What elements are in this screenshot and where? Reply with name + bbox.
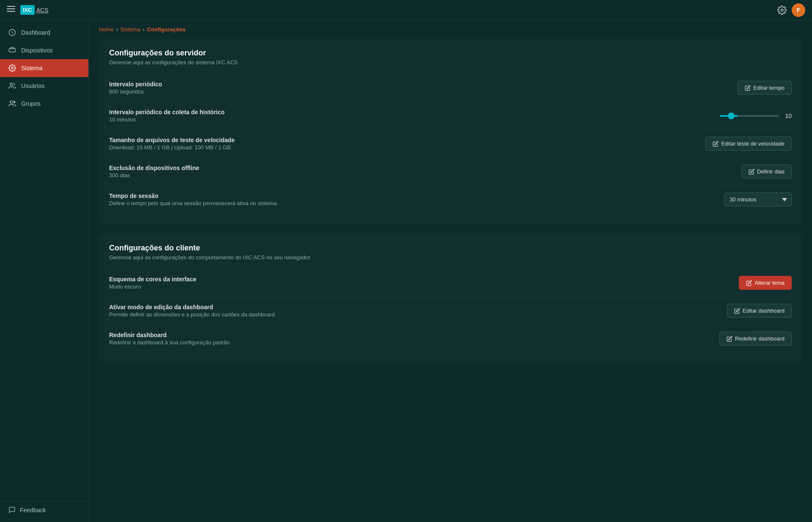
setting-label-sessao: Tempo de sessão: [109, 192, 278, 199]
definir-dias-button[interactable]: Definir dias: [741, 165, 792, 179]
setting-row-intervalo-historico: Intervalo periódico de coleta de históri…: [109, 102, 792, 130]
svg-point-7: [11, 67, 14, 69]
editar-dashboard-button[interactable]: Editar dashboard: [727, 304, 792, 318]
sidebar: Dashboard Dispositivos: [0, 20, 89, 522]
svg-rect-5: [9, 49, 16, 52]
dashboard-icon: [8, 29, 16, 36]
svg-point-8: [10, 83, 13, 85]
slider-container-historico: 10: [720, 113, 792, 119]
client-config-subtitle: Gerencie aqui as configurações do compor…: [109, 254, 792, 261]
edit-icon-dashboard: [734, 308, 740, 314]
sidebar-item-dashboard[interactable]: Dashboard: [0, 24, 88, 41]
setting-label-intervalo: Intervalo periódico: [109, 81, 162, 88]
editar-dashboard-label: Editar dashboard: [743, 308, 785, 314]
editar-tempo-label: Editar tempo: [753, 85, 785, 91]
grupos-icon: [8, 100, 16, 107]
logo-block: IXC ACS: [20, 5, 48, 15]
setting-label-historico: Intervalo periódico de coleta de históri…: [109, 109, 225, 115]
client-config-title: Configurações do cliente: [109, 244, 792, 253]
svg-point-3: [781, 9, 783, 11]
sidebar-item-dispositivos-label: Dispositivos: [21, 47, 53, 54]
top-navbar: IXC ACS F: [0, 0, 812, 20]
sidebar-item-dashboard-label: Dashboard: [21, 29, 50, 36]
setting-label-edicao: Ativar modo de edição da dashboard: [109, 304, 275, 310]
sidebar-footer: Feedback: [0, 501, 88, 519]
logo-ixc: IXC: [20, 5, 35, 15]
setting-label-tamanho: Tamanho de arquivos de teste de velocida…: [109, 137, 235, 143]
alterar-tema-label: Alterar tema: [754, 280, 785, 286]
sidebar-item-sistema-label: Sistema: [21, 65, 43, 71]
client-config-card: Configurações do cliente Gerencie aqui a…: [99, 234, 802, 363]
feedback-label: Feedback: [20, 507, 46, 514]
settings-button[interactable]: [777, 5, 787, 15]
setting-info-redefinir: Redefinir dashboard Redefinir a dashboar…: [109, 332, 230, 346]
setting-info-cores: Esquema de cores da interface Modo escur…: [109, 276, 196, 290]
setting-row-intervalo-periodico: Intervalo periódico 600 segundos Editar …: [109, 74, 792, 102]
tempo-sessao-select[interactable]: 5 minutos 15 minutos 30 minutos 1 hora 2…: [724, 192, 792, 206]
edit-icon-redefinir: [727, 336, 732, 342]
editar-teste-label: Editar teste de velocidade: [721, 140, 785, 147]
user-avatar[interactable]: F: [792, 3, 805, 17]
svg-point-9: [10, 101, 13, 103]
dispositivos-icon: [8, 47, 16, 54]
server-config-title: Configurações do servidor: [109, 49, 792, 58]
feedback-icon: [8, 506, 16, 514]
setting-row-esquema-cores: Esquema de cores da interface Modo escur…: [109, 269, 792, 297]
sidebar-item-grupos-label: Grupos: [21, 100, 41, 107]
sidebar-item-sistema[interactable]: Sistema: [0, 59, 88, 77]
edit-icon-tema: [746, 280, 752, 286]
sidebar-item-usuarios-label: Usuários: [21, 82, 44, 89]
breadcrumb-sep-1: ›: [116, 27, 118, 33]
setting-value-edicao: Permite definir as dimensões e a posição…: [109, 311, 275, 318]
breadcrumb-sistema[interactable]: Sistema: [121, 26, 140, 33]
svg-rect-2: [7, 11, 15, 12]
setting-info-sessao: Tempo de sessão Define o tempo pelo qual…: [109, 192, 278, 206]
setting-row-tamanho-arquivos: Tamanho de arquivos de teste de velocida…: [109, 130, 792, 158]
setting-label-exclusao: Exclusão de dispositivos offline: [109, 165, 199, 171]
setting-row-modo-edicao: Ativar modo de edição da dashboard Permi…: [109, 297, 792, 325]
sidebar-nav: Dashboard Dispositivos: [0, 24, 88, 501]
setting-label-cores: Esquema de cores da interface: [109, 276, 196, 283]
setting-value-tamanho: Download: 15 MB / 1 GB | Upload: 100 MB …: [109, 144, 235, 151]
svg-rect-0: [7, 6, 15, 7]
sidebar-item-usuarios[interactable]: Usuários: [0, 77, 88, 95]
navbar-right: F: [777, 3, 805, 17]
breadcrumb-home[interactable]: Home: [99, 26, 114, 33]
svg-rect-1: [7, 8, 15, 9]
breadcrumb-sep-2: ›: [143, 27, 145, 33]
sistema-icon: [8, 64, 16, 72]
content-area: Home › Sistema › Configurações Configura…: [89, 20, 812, 522]
setting-value-intervalo: 600 segundos: [109, 88, 162, 95]
setting-info-tamanho: Tamanho de arquivos de teste de velocida…: [109, 137, 235, 151]
setting-info-exclusao: Exclusão de dispositivos offline 300 dia…: [109, 165, 199, 179]
definir-dias-label: Definir dias: [757, 168, 785, 175]
alterar-tema-button[interactable]: Alterar tema: [739, 276, 792, 290]
setting-value-sessao: Define o tempo pelo qual uma sessão perm…: [109, 200, 278, 206]
editar-teste-button[interactable]: Editar teste de velocidade: [705, 137, 792, 151]
hamburger-menu-icon[interactable]: [7, 5, 15, 15]
setting-info-intervalo: Intervalo periódico 600 segundos: [109, 81, 162, 95]
breadcrumb: Home › Sistema › Configurações: [89, 20, 812, 38]
setting-value-redefinir: Redefinir a dashboard à sua configuração…: [109, 339, 230, 346]
redefinir-dashboard-button[interactable]: Redefinir dashboard: [719, 332, 792, 346]
setting-info-edicao: Ativar modo de edição da dashboard Permi…: [109, 304, 275, 318]
breadcrumb-current: Configurações: [147, 26, 186, 33]
usuarios-icon: [8, 82, 16, 90]
editar-tempo-button[interactable]: Editar tempo: [738, 81, 792, 95]
sidebar-item-dispositivos[interactable]: Dispositivos: [0, 41, 88, 59]
historico-slider[interactable]: [720, 115, 779, 117]
server-config-card: Configurações do servidor Gerencie aqui …: [99, 38, 802, 223]
edit-icon-2: [713, 141, 719, 147]
sidebar-item-grupos[interactable]: Grupos: [0, 95, 88, 113]
logo-acs: ACS: [36, 7, 49, 14]
setting-label-redefinir: Redefinir dashboard: [109, 332, 230, 338]
setting-value-historico: 10 minutos: [109, 116, 225, 123]
feedback-button[interactable]: Feedback: [8, 506, 80, 514]
setting-row-tempo-sessao: Tempo de sessão Define o tempo pelo qual…: [109, 186, 792, 213]
setting-row-redefinir-dashboard: Redefinir dashboard Redefinir a dashboar…: [109, 325, 792, 352]
server-config-subtitle: Gerencie aqui as configurações do sistem…: [109, 59, 792, 66]
setting-row-exclusao-offline: Exclusão de dispositivos offline 300 dia…: [109, 158, 792, 186]
slider-value-historico: 10: [783, 113, 792, 119]
setting-info-historico: Intervalo periódico de coleta de históri…: [109, 109, 225, 123]
redefinir-dashboard-label: Redefinir dashboard: [735, 335, 785, 342]
